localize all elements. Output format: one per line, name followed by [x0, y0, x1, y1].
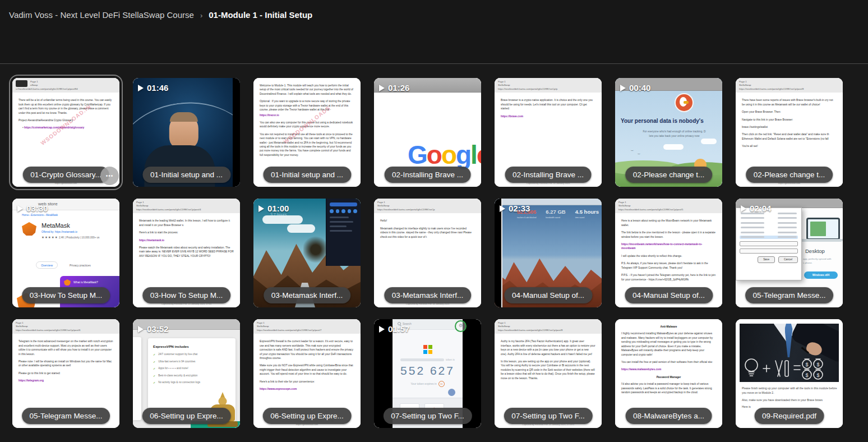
item-title[interactable]: 02-Please change t... — [746, 167, 833, 183]
item-title[interactable]: 04-Manual Setup of... — [625, 287, 713, 303]
tile-11-document[interactable]: Page 1StellaSwaphttps://nextleveldefi.ka… — [374, 199, 481, 307]
item-title[interactable]: 08-MalwareBytes a... — [625, 408, 712, 424]
doc-paragraph: Please go to this link to get started: — [19, 371, 113, 375]
doc-paragraph: Brave browser is a crypto-native applica… — [501, 98, 595, 110]
svg-text:$: $ — [816, 362, 819, 367]
tile-17-document[interactable]: Page 1StellaSwaphttps://nextleveldefi.ka… — [253, 319, 361, 428]
doc-paragraph: Telegram is the most advanced messenger … — [19, 339, 113, 356]
duration-text: 03:52 — [147, 324, 168, 334]
item-title[interactable]: 07-Setting up Two F... — [383, 408, 472, 424]
tile-03-document[interactable]: Welcome to Module 1. This module will te… — [253, 78, 361, 187]
duration-text: 00:40 — [629, 83, 650, 93]
cloud-illustration — [262, 215, 303, 224]
overview-tab[interactable]: Overview — [36, 261, 58, 269]
item-title[interactable]: 01-Initial setup and ... — [142, 167, 230, 183]
tile-18-video[interactable]: Search⚙token is552 627Your token expires… — [374, 319, 481, 428]
checkmark-icon: ✓ — [153, 367, 155, 370]
file-list-row — [740, 226, 798, 229]
save-button[interactable]: Save — [758, 256, 775, 263]
cancel-button[interactable]: Cancel — [778, 256, 798, 263]
doc-paragraph: Metamask changed its interface slightly … — [380, 227, 475, 239]
video-duration-badge: 01:00 — [258, 204, 289, 213]
item-title[interactable]: 05-Telegram Messe... — [745, 287, 834, 303]
filetype-select[interactable] — [740, 248, 798, 254]
item-title[interactable]: 02-Installing Brave ... — [384, 167, 471, 183]
tile-07-document[interactable]: Page 1StellaSwaphttps://nextleveldefi.ka… — [736, 78, 843, 187]
doc-paragraph: Metamask is the leading Web3 wallet. In … — [139, 219, 234, 227]
item-title[interactable]: 02-Installing Brave ... — [505, 167, 592, 183]
video-duration-badge: 03:52 — [138, 324, 168, 334]
doc-header-line: https://nextleveldefi.kartra.com/portal/… — [377, 208, 478, 211]
file-list-row — [740, 231, 798, 234]
tile-16-video[interactable]: ExpressVPN includes✓24/7 customer suppor… — [133, 319, 240, 428]
privacy-practices-tab[interactable]: Privacy practices — [64, 261, 96, 269]
overlay-stat-text: 3.7 hours — [270, 213, 287, 217]
doc-paragraph: Make sure you do NOT use ExpressVPN whil… — [260, 363, 354, 376]
item-title[interactable]: 03-How To Setup M... — [22, 287, 110, 303]
doc-header: Page 1aSwaps://nextleveldefi.kartra.com/… — [12, 78, 119, 93]
tile-15-document[interactable]: Page 1StellaSwaphttps://nextleveldefi.ka… — [12, 319, 119, 428]
doc-section-title: Anti-Malware — [621, 325, 716, 329]
more-options-button[interactable]: ••• — [100, 167, 119, 185]
tile-04-video[interactable]: Google01:2602-Installing Brave ... — [374, 78, 481, 187]
item-title[interactable]: 02-Please change t... — [625, 167, 713, 183]
doc-link: https://telegram.org — [19, 379, 113, 383]
file-date-bar — [778, 222, 797, 224]
tile-14-video[interactable]: Desktopapp, perfectly synced withs phone… — [736, 199, 843, 307]
microsoft-logo-square — [428, 350, 432, 354]
dialog-buttons: SaveCancel — [740, 256, 798, 263]
item-title[interactable]: 03-How To Setup M... — [142, 287, 231, 303]
brave-stat: 6.27 GBbandwidth saved — [546, 209, 565, 219]
extension-summary: MetaMaskOffered by: https://metamask.io★… — [22, 222, 99, 239]
telegram-desktop-blurb: app, perfectly synced withs phone. — [803, 257, 841, 265]
google-logo-letter: g — [456, 140, 470, 170]
tile-21-document[interactable]: $$$$Please finish setting up your comput… — [736, 319, 843, 428]
metamask-fox-icon — [64, 279, 71, 286]
item-title[interactable]: 03-Metamask Interf... — [264, 287, 351, 303]
item-title[interactable]: 04-Manual Setup of... — [504, 287, 592, 303]
item-title[interactable]: 01-Crypto Glossary... — [22, 167, 109, 183]
tile-05-document[interactable]: Page 1StellaSwaphttps://nextleveldefi.ka… — [495, 78, 602, 187]
microsoft-logo-icon — [423, 345, 432, 354]
file-name-bar — [741, 236, 764, 238]
item-title[interactable]: 06-Setting up Expre... — [262, 408, 352, 424]
tile-02-video[interactable]: 01:4601-Initial setup and ... — [133, 78, 240, 187]
wallet-row — [330, 225, 347, 227]
item-title[interactable]: 05-Telegram Messe... — [22, 408, 110, 424]
redaction-block — [16, 80, 27, 87]
tile-09-document[interactable]: Page 1StellaSwaphttps://nextleveldefi.ka… — [133, 199, 240, 307]
card-title: ExpressVPN includes — [153, 344, 230, 348]
video-duration-badge: 01:26 — [379, 83, 409, 93]
play-icon — [620, 85, 626, 91]
item-title[interactable]: 01-Initial setup and ... — [263, 167, 351, 183]
tile-10-video[interactable]: 3.7 hours01:0003-Metamask Interf... — [253, 199, 361, 307]
item-title[interactable]: 07-Setting up Two F... — [504, 408, 592, 424]
tile-19-document[interactable]: Page 1StellaSwaphttps://nextleveldefi.ka… — [495, 319, 602, 428]
doc-paragraph: There have been some reports of issues w… — [742, 98, 837, 107]
tile-12-video[interactable]: 521,505trackers & ads blocked6.27 GBband… — [495, 199, 602, 307]
tile-08-video[interactable]: web storeHome › Extensions › MetaMaskMet… — [12, 199, 119, 307]
item-title[interactable]: 03-Metamask Interf... — [384, 287, 472, 303]
doc-header: Page 1StellaSwaphttps://nextleveldefi.ka… — [12, 319, 119, 334]
item-title[interactable]: 06-Setting up Expre... — [142, 408, 231, 424]
doc-header-line: https://nextleveldefi.kartra.com/portal/… — [739, 88, 839, 91]
tile-06-video[interactable]: Your personal data is nobody'sFor everyo… — [615, 78, 722, 187]
copy-fab-button[interactable] — [448, 389, 455, 396]
breadcrumb-chevron-icon: › — [200, 11, 202, 20]
header: Vadim Voss - Next Level DeFi StellaSwap … — [0, 0, 868, 64]
filename-input[interactable] — [740, 241, 798, 246]
token-is-text: token is — [446, 358, 455, 361]
breadcrumb-course-link[interactable]: Vadim Voss - Next Level DeFi StellaSwap … — [9, 10, 194, 20]
blurb-line: app, perfectly synced with — [803, 257, 841, 261]
doc-paragraph: Please note: I will be showing an instal… — [19, 360, 113, 368]
breadcrumb: Vadim Voss - Next Level DeFi StellaSwap … — [0, 0, 868, 20]
item-title[interactable]: 09-Required.pdf — [754, 408, 824, 424]
feature-text: Apps for ▪ ▪ ▪ ▪ ▪ and more! — [158, 367, 188, 370]
tile-01-document[interactable]: Page 1aSwaps://nextleveldefi.kartra.com/… — [12, 78, 119, 187]
download-windows-button[interactable]: Windows x64 — [804, 271, 838, 279]
file-date-bar — [778, 232, 797, 233]
tile-20-document[interactable]: Anti-MalwareI highly recommend installin… — [615, 319, 722, 428]
star-rating-icon: ★★★★★ — [41, 236, 58, 239]
tile-13-document[interactable]: Page 1StellaSwaphttps://nextleveldefi.ka… — [615, 199, 722, 307]
blurred-account-line: token is — [393, 358, 463, 361]
